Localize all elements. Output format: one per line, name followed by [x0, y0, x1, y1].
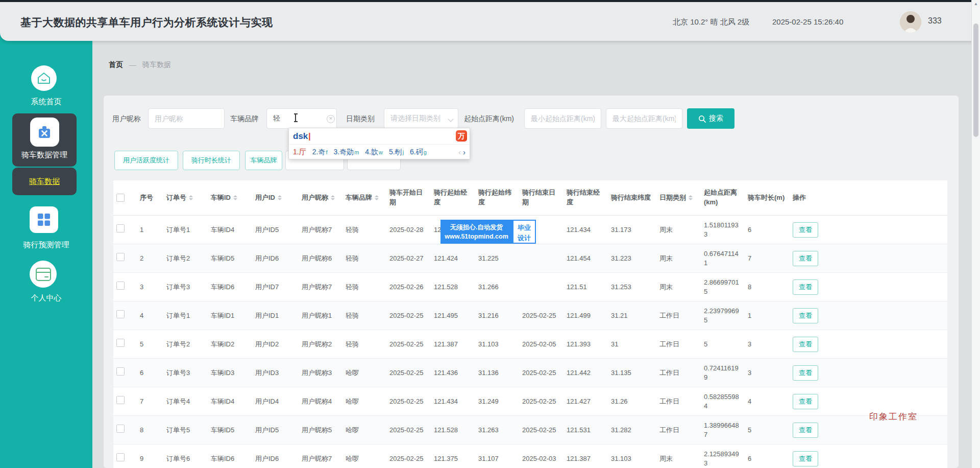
- view-button[interactable]: 查看: [793, 251, 818, 266]
- ime-candidate[interactable]: 1.厅: [293, 148, 306, 157]
- sort-caret-icon[interactable]: [331, 193, 335, 202]
- nickname-input[interactable]: [148, 108, 225, 129]
- scrollbar-thumb[interactable]: [973, 24, 978, 137]
- table-cell: 用户昵称3: [299, 368, 342, 378]
- row-checkbox[interactable]: [116, 282, 125, 290]
- breadcrumb-home[interactable]: 首页: [109, 60, 123, 69]
- table-cell: 车辆ID4: [208, 225, 252, 235]
- search-button[interactable]: 搜索: [687, 108, 734, 129]
- sort-caret-icon[interactable]: [233, 193, 237, 202]
- ime-candidate[interactable]: 2.奇f: [312, 148, 328, 157]
- table-cell: 3: [745, 340, 790, 349]
- row-checkbox[interactable]: [116, 425, 125, 433]
- view-button[interactable]: 查看: [793, 394, 818, 409]
- view-button[interactable]: 查看: [793, 337, 818, 352]
- column-header[interactable]: 日期类别: [656, 193, 701, 203]
- column-header[interactable]: 车辆品牌: [342, 193, 386, 203]
- datetime-display: 2025-02-25 15:26:40: [772, 17, 843, 26]
- min-distance-input[interactable]: [524, 108, 601, 129]
- table-cell: 31.263: [475, 426, 519, 435]
- table-cell: 2.125893493: [701, 450, 745, 467]
- sort-caret-icon[interactable]: [278, 193, 282, 202]
- column-header[interactable]: 用户昵称: [299, 193, 342, 203]
- profile-card-icon: [30, 261, 57, 288]
- table-cell: 用户昵称4: [299, 397, 342, 406]
- ime-candidate[interactable]: 3.奇勋m: [333, 148, 359, 157]
- view-button[interactable]: 查看: [793, 423, 818, 438]
- ride-duration-stats-button[interactable]: 骑行时长统计: [183, 151, 240, 170]
- table-cell: 车辆ID6: [208, 283, 252, 292]
- row-checkbox[interactable]: [116, 453, 125, 461]
- ime-logo-icon[interactable]: 万: [456, 130, 467, 142]
- view-button[interactable]: 查看: [793, 308, 818, 323]
- column-header[interactable]: 订单号: [163, 193, 208, 203]
- watermark-badge: 毕业 设计: [512, 220, 536, 244]
- table-cell: 用户ID2: [252, 340, 299, 349]
- vehicle-brand-stats-button[interactable]: 车辆品牌: [245, 151, 282, 170]
- studio-label: 印象工作室: [869, 411, 918, 423]
- table-row: 6订单号3车辆ID3用户ID3用户昵称3哈啰2025-02-25121.4363…: [113, 359, 947, 387]
- row-checkbox[interactable]: [116, 339, 125, 347]
- column-header: 骑行结束日期: [519, 188, 564, 207]
- ime-composition-row: dsk| 万: [289, 128, 470, 145]
- ime-next-page-icon[interactable]: ›: [463, 148, 465, 156]
- table-cell: 用户昵称6: [299, 254, 342, 263]
- row-checkbox[interactable]: [116, 253, 125, 261]
- username-label[interactable]: 333: [928, 16, 942, 26]
- table-cell: 31.107: [475, 454, 519, 463]
- table-row: 3订单号3车辆ID6用户ID7用户昵称7轻骑2025-02-26121.5283…: [113, 273, 947, 301]
- table-cell: 121.454: [564, 254, 608, 263]
- table-cell: 用户ID7: [252, 283, 299, 292]
- avatar[interactable]: [900, 11, 921, 33]
- ime-candidate-row: 1.厅2.奇f3.奇勋m4.歆w5.剞j6.砢g ‹›: [289, 145, 470, 159]
- user-activity-stats-button[interactable]: 用户活跃度统计: [114, 151, 178, 170]
- table-cell: 31.21: [608, 311, 656, 320]
- row-checkbox[interactable]: [116, 367, 125, 376]
- column-header[interactable]: 用户ID: [252, 193, 299, 203]
- column-header: 骑车时长(m): [745, 193, 790, 203]
- breadcrumb-current: 骑车数据: [142, 60, 171, 69]
- column-header[interactable]: 车辆ID: [208, 193, 252, 203]
- sort-caret-icon[interactable]: [189, 193, 193, 202]
- max-distance-input[interactable]: [606, 108, 682, 129]
- table-cell: 2.239799695: [701, 307, 745, 324]
- table-cell: 2025-02-26: [386, 283, 431, 292]
- view-button[interactable]: 查看: [793, 365, 818, 381]
- breadcrumb: 首页 — 骑车数据: [109, 60, 171, 69]
- sort-caret-icon[interactable]: [689, 193, 693, 202]
- table-cell: 2025-02-28: [386, 225, 431, 235]
- table-cell: 用户ID5: [252, 426, 299, 435]
- date-type-select[interactable]: 请选择日期类别: [384, 108, 458, 129]
- table-cell: 工作日: [656, 340, 701, 349]
- table-cell: 9: [137, 454, 163, 463]
- ime-candidate[interactable]: 5.剞j: [389, 148, 404, 157]
- date-type-placeholder: 请选择日期类别: [384, 114, 440, 123]
- table-cell: 2025-02-27: [386, 254, 431, 263]
- sidebar-item-ride-data-management[interactable]: 骑车数据管理: [12, 113, 77, 167]
- table-cell: 2: [137, 254, 163, 263]
- row-checkbox[interactable]: [116, 224, 125, 232]
- table-cell: 2025-02-25: [519, 368, 564, 378]
- row-checkbox[interactable]: [116, 310, 125, 318]
- table-cell: 6: [137, 368, 163, 378]
- ime-prev-page-icon[interactable]: ‹: [458, 148, 461, 156]
- table-cell: 2025-02-05: [519, 340, 564, 349]
- view-button[interactable]: 查看: [793, 279, 818, 295]
- table-cell: 哈啰: [342, 426, 386, 435]
- table-cell: 周末: [656, 225, 701, 235]
- ime-candidate[interactable]: 4.歆w: [365, 148, 383, 157]
- clipboard-icon: [30, 118, 59, 147]
- scrollbar[interactable]: ▲: [971, 0, 980, 468]
- sort-caret-icon[interactable]: [375, 193, 379, 202]
- view-button[interactable]: 查看: [793, 222, 818, 238]
- table-row: 8订单号5车辆ID5用户ID5用户昵称5哈啰2025-02-25121.5283…: [113, 416, 947, 444]
- sidebar-item-ride-data[interactable]: 骑车数据: [12, 168, 77, 195]
- select-all-checkbox[interactable]: [116, 194, 125, 202]
- page-title: 基于大数据的共享单车用户行为分析系统设计与实现: [20, 15, 273, 30]
- scrollbar-up-arrow-icon[interactable]: ▲: [972, 2, 980, 6]
- ime-candidate[interactable]: 6.砢g: [410, 148, 427, 157]
- table-cell: 0.676471141: [701, 249, 745, 267]
- row-checkbox[interactable]: [116, 396, 125, 404]
- view-button[interactable]: 查看: [793, 451, 818, 466]
- clear-input-icon[interactable]: ✕: [327, 115, 335, 123]
